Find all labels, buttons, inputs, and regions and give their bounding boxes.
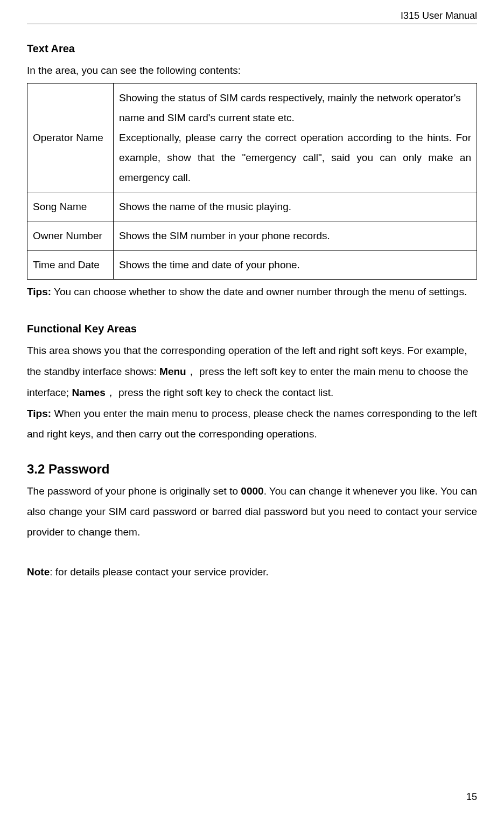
table-cell-label: Song Name (27, 192, 114, 221)
table-row: Time and Date Shows the time and date of… (27, 251, 477, 280)
text-area-table: Operator Name Showing the status of SIM … (27, 83, 477, 280)
table-row: Operator Name Showing the status of SIM … (27, 84, 477, 192)
table-cell-label: Time and Date (27, 251, 114, 280)
table-cell-label: Owner Number (27, 221, 114, 251)
password-note: Note: for details please contact your se… (27, 562, 477, 582)
func-text-mid2: ， press the right soft key to check the … (106, 387, 333, 398)
pwd-bold: 0000 (241, 485, 263, 497)
section-heading-functional-key: Functional Key Areas (27, 323, 477, 335)
text-area-intro: In the area, you can see the following c… (27, 60, 477, 81)
note-label: Note (27, 566, 50, 578)
section-heading-text-area: Text Area (27, 43, 477, 55)
table-cell-label: Operator Name (27, 84, 114, 192)
page-header: I315 User Manual (27, 10, 477, 24)
tips-text: You can choose whether to show the date … (51, 286, 467, 297)
tips-text: When you enter the main menu to process,… (27, 408, 477, 440)
header-title: I315 User Manual (401, 10, 477, 21)
note-text: : for details please contact your servic… (50, 566, 269, 578)
functional-key-tips: Tips: When you enter the main menu to pr… (27, 403, 477, 444)
table-desc-paragraph: Showing the status of SIM cards respecti… (119, 88, 471, 128)
table-cell-desc: Showing the status of SIM cards respecti… (114, 84, 477, 192)
tips-label: Tips: (27, 408, 51, 419)
table-row: Song Name Shows the name of the music pl… (27, 192, 477, 221)
tips-label: Tips: (27, 286, 51, 297)
func-menu-bold: Menu (159, 366, 186, 377)
password-body: The password of your phone is originally… (27, 481, 477, 542)
table-cell-desc: Shows the time and date of your phone. (114, 251, 477, 280)
pwd-text-pre: The password of your phone is originally… (27, 485, 241, 497)
page-number: 15 (466, 791, 477, 803)
functional-key-body: This area shows you that the correspondi… (27, 340, 477, 403)
table-cell-desc: Shows the SIM number in your phone recor… (114, 221, 477, 251)
table-cell-desc: Shows the name of the music playing. (114, 192, 477, 221)
table-desc-paragraph: Exceptionally, please carry the correct … (119, 128, 471, 187)
text-area-tips: Tips: You can choose whether to show the… (27, 282, 477, 302)
section-heading-password: 3.2 Password (27, 462, 477, 477)
page-container: I315 User Manual Text Area In the area, … (0, 0, 504, 582)
table-row: Owner Number Shows the SIM number in you… (27, 221, 477, 251)
func-names-bold: Names (72, 387, 105, 398)
